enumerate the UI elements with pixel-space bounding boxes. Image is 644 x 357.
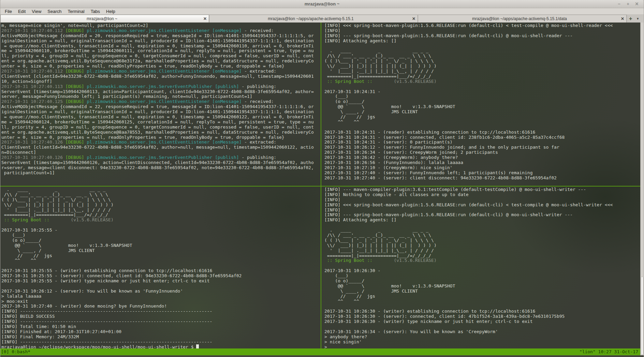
terminal-line: unter = 0, size = 0, properties = null, … (1, 135, 321, 140)
terminal-line: ent = org.apache.activemq.util.ByteSeque… (1, 130, 321, 135)
scrollbar[interactable] (640, 23, 644, 355)
terminal-line: 2017-10-31 10:25:55 - (writer) type nick… (1, 279, 321, 284)
terminal-line: // // jgs (324, 115, 640, 120)
terminal-line: 2017-10-31 10:27:40 - (writer) done mooi… (1, 304, 321, 309)
terminal-line: 2017-10-31 10:26:56 - (FunnyInnuendo): l… (324, 160, 640, 165)
terminal-line: [INFO] Attaching agents: [] (324, 218, 640, 223)
terminal-line: (o o)_____/ (324, 279, 640, 284)
terminal-line: ClientEvent [clientId=94e33230-6722-4b08… (1, 145, 321, 150)
terminal-line: ^^ ^^ (1, 258, 321, 263)
terminal-line: (___) (324, 94, 640, 99)
pane-reader-client[interactable]: [INFO] <<< spring-boot-maven-plugin:1.5.… (322, 23, 640, 186)
terminal-screen[interactable]: m, message=nice singin', note=null, part… (0, 23, 644, 357)
terminal-line: (___) (1, 233, 321, 238)
terminal-line: 2017-10-31 10:24:31 - (server): 0 partic… (324, 140, 640, 145)
menu-item-edit[interactable]: Edit (15, 8, 29, 15)
pane-writer-client-creepyworm[interactable]: [INFO] --- maven-compiler-plugin:3.6.1:t… (322, 187, 640, 348)
pane-server-log[interactable]: m, message=nice singin', note=null, part… (1, 23, 321, 186)
close-icon[interactable]: ✕ (634, 1, 640, 7)
terminal-line: ll, priority = 4, groupID = null, groupS… (1, 125, 321, 130)
pane-writer-client-funnyinnuendo[interactable]: . ____ _ __ _ _ /\\ / ___'_ __ _ _(_)_ _… (1, 187, 321, 348)
terminal-line: [INFO] (324, 208, 640, 213)
tab-label: mrazjava@lion ~ (3, 16, 201, 21)
terminal-line: > anybody there? (324, 334, 640, 340)
menu-item-view[interactable]: View (29, 8, 44, 15)
tmux-status-bar: [0] 0:bash* "lion" 10:27 31-Oct-17 (0, 348, 640, 355)
window-title-bar[interactable]: mrazjava@lion ~ − + ✕ (0, 0, 644, 8)
terminal-line: ServerEvent [timestamp=1509442060113, ac… (1, 89, 321, 94)
terminal-line: ' |____| .__|_| |_|_| |_\__, | / / / / (324, 69, 640, 74)
terminal-line: 2017-10-31 10:25:55 - (writer) establish… (1, 268, 321, 273)
terminal-line: . ____ _ __ _ _ (324, 228, 640, 233)
tmux-window-list[interactable]: [0] 0:bash* (1, 348, 30, 355)
terminal-line: 2017-10-31 10:27:10 - (CreepyWorm): nice… (324, 165, 640, 170)
terminal-line: (___) (324, 273, 640, 279)
terminal-line: ll, priority = 4, groupID = null, groupS… (1, 54, 321, 59)
terminal-line: > lalala laaaaa (1, 294, 321, 299)
terminal-line: ent = org.apache.activemq.util.ByteSeque… (1, 59, 321, 64)
terminal-line: [INFO] <<< spring-boot-maven-plugin:1.5.… (324, 23, 640, 28)
terminal-line (324, 44, 640, 49)
terminal-line: =========|_|==============|___/=/_/_/_/ (1, 212, 321, 218)
terminal-line (324, 304, 640, 309)
terminal-line: 2017-10-31 10:24:31 - (324, 89, 640, 94)
terminal-line: (o o)_____/ (1, 238, 321, 243)
menu-bar: File Edit View Search Terminal Tabs Help (0, 8, 644, 15)
menu-item-search[interactable]: Search (44, 8, 64, 15)
tab-close-icon[interactable]: ✕ (410, 16, 415, 21)
terminal-line: @@ ` \ moo! v:1.3.0-SNAPSHOT (324, 104, 640, 109)
tab-bar-controls: + ▼ (627, 15, 641, 23)
terminal-line (324, 84, 640, 89)
menu-item-terminal[interactable]: Terminal (65, 8, 88, 15)
terminal-line: > nice singin' (324, 340, 640, 345)
menu-item-help[interactable]: Help (103, 8, 118, 15)
terminal-line (1, 263, 321, 268)
terminal-line: [INFO] (324, 197, 640, 203)
terminal-line: [INFO] ---------------------------------… (1, 309, 321, 314)
terminal-line: \\/ ___)| |_)| | | | | || (_| | ) ) ) ) (1, 203, 321, 208)
terminal-line (1, 284, 321, 289)
terminal-line: ( ( )\___ | '_ | '_| | '_ \/ _` | \ \ \ … (324, 59, 640, 64)
maximize-icon[interactable]: + (625, 1, 631, 7)
menu-item-tabs[interactable]: Tabs (88, 8, 103, 15)
terminal-line: \ ____, / JMS CLIENT (324, 109, 640, 115)
window-bottom-edge (0, 355, 644, 357)
terminal-line: ( ( )\___ | '_ | '_| | '_ \/ _` | \ \ \ … (1, 197, 321, 203)
scrollbar-thumb[interactable] (641, 277, 643, 355)
terminal-line: 2017-10-31 10:25:55 - (1, 228, 321, 233)
tab-activemq[interactable]: mrazjava@lion ~/apps/apache-activemq-5.1… (209, 15, 418, 23)
terminal-line: me = 1509442060110, brokerOutTime = 1509… (1, 48, 321, 54)
tab-close-icon[interactable]: ✕ (201, 16, 207, 21)
terminal-line: @@ ` \ moo! v:1.3.0-SNAPSHOT (324, 284, 640, 289)
terminal-line: :: Spring Boot :: (v1.5.6.RELEASE) (324, 258, 640, 263)
terminal-line: 2017-10-31 10:26:34 - (server): CreepyWo… (324, 150, 640, 155)
terminal-line: 2017-10-31 10:24:31 - (reader) establish… (324, 130, 640, 135)
terminal-line: \ ____, / JMS CLIENT (1, 248, 321, 253)
terminal-line: 2017-10-31 10:27:40.126 [DEBUG] pl.zimow… (1, 140, 321, 145)
terminal-line: /\\ / ___'_ __ _ _(_)_ __ __ _ \ \ \ \ (1, 192, 321, 197)
tab-list-dropdown-icon[interactable]: ▼ (636, 17, 639, 20)
menu-item-file[interactable]: File (2, 8, 15, 15)
terminal-line: [INFO] (324, 28, 640, 33)
terminal-line: > (324, 345, 640, 348)
tab-home[interactable]: mrazjava@lion ~ ✕ (0, 15, 209, 23)
terminal-line: 2017-10-31 10:24:31 - (server): connecte… (324, 135, 640, 140)
terminal-line: [INFO] Attaching agents: [] (324, 39, 640, 44)
terminal-line: [INFO] Nothing to compile - all classes … (324, 192, 640, 197)
terminal-line: ActiveMQObjectMessage {commandId = 20, r… (1, 33, 321, 39)
terminal-line: 2017-10-31 10:26:12 - (server): You will… (1, 289, 321, 294)
terminal-line: /\\ / ___'_ __ _ _(_)_ __ __ _ \ \ \ \ (324, 54, 640, 59)
terminal-line: ClientEvent [clientId=94e33230-6722-4b08… (1, 74, 321, 79)
terminal-line: \ ____, / JMS CLIENT (324, 289, 640, 294)
terminal-line: [INFO] ---------------------------------… (1, 319, 321, 324)
minimize-icon[interactable]: − (616, 1, 622, 7)
terminal-line: [INFO] ---------------------------------… (1, 340, 321, 345)
terminal-line: :: Spring Boot :: (v1.5.6.RELEASE) (324, 79, 640, 84)
terminal-line: r=server, message=client disconnect: 94e… (1, 165, 321, 170)
terminal-line: =========|_|==============|___/=/_/_/_/ (324, 253, 640, 258)
terminal-line (324, 324, 640, 329)
tab-activemq-data[interactable]: mrazjava@lion ~/apps/apache-activemq-5.1… (418, 15, 627, 23)
terminal-line: 2017-10-31 10:27:40 - (server): client d… (324, 176, 640, 181)
new-tab-icon[interactable]: + (629, 16, 632, 22)
tab-close-icon[interactable]: ✕ (619, 16, 624, 21)
